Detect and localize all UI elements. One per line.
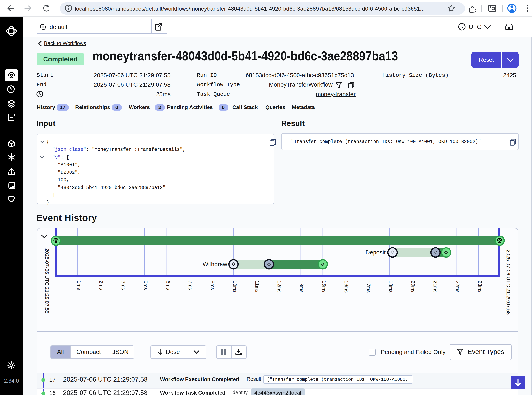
svg-text:2.34.0: 2.34.0	[4, 378, 19, 384]
svg-text:Withdraw: Withdraw	[203, 261, 227, 267]
svg-text:13ms: 13ms	[299, 281, 304, 293]
svg-text:2025-07-06 UTC 21:29:07.58: 2025-07-06 UTC 21:29:07.58	[506, 250, 511, 315]
svg-text:7ms: 7ms	[188, 281, 193, 290]
svg-text:2025-07-06 UTC 21:29:07.55: 2025-07-06 UTC 21:29:07.55	[44, 248, 50, 313]
svg-text:21ms: 21ms	[433, 281, 438, 293]
svg-text:23ms: 23ms	[477, 281, 483, 293]
svg-text:15ms: 15ms	[321, 281, 327, 293]
svg-text:20ms: 20ms	[410, 281, 416, 293]
svg-text:default: default	[50, 24, 67, 30]
svg-text:17ms: 17ms	[366, 281, 371, 293]
svg-text:16ms: 16ms	[344, 281, 349, 293]
svg-text:Deposit: Deposit	[365, 249, 385, 256]
svg-text:12ms: 12ms	[277, 281, 282, 293]
svg-text:11ms: 11ms	[254, 281, 260, 292]
svg-text:22ms: 22ms	[455, 281, 460, 293]
svg-text:6ms: 6ms	[165, 281, 171, 290]
svg-text:3ms: 3ms	[121, 281, 126, 290]
svg-text:8ms: 8ms	[210, 281, 215, 290]
svg-text:18ms: 18ms	[388, 281, 394, 293]
svg-text:5ms: 5ms	[143, 281, 148, 290]
svg-text:10ms: 10ms	[232, 281, 238, 293]
svg-text:1ms: 1ms	[76, 281, 82, 290]
svg-text:2ms: 2ms	[99, 281, 104, 290]
svg-text:UTC: UTC	[469, 23, 482, 30]
